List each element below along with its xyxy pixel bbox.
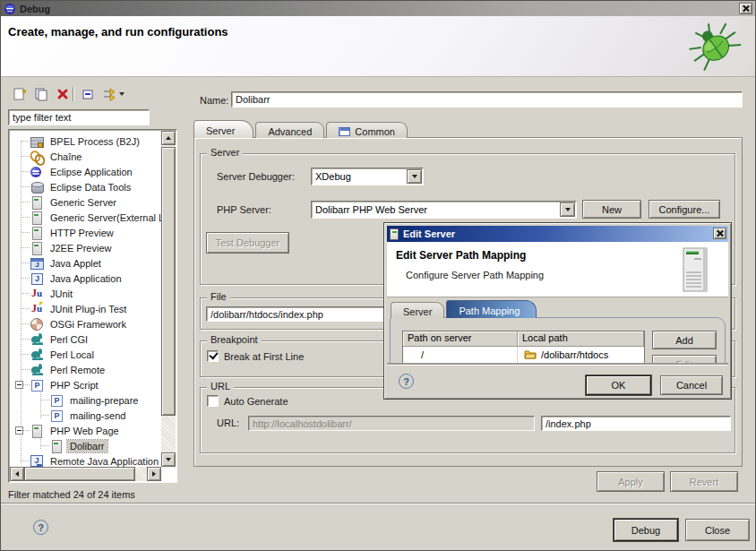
tree-item-bpel-process-b2j[interactable]: BPEL Process (B2J) [10,133,162,149]
tab-advanced[interactable]: Advanced [255,122,324,138]
tree-item-http-preview[interactable]: HTTP Preview [10,225,162,240]
name-input[interactable] [231,91,743,108]
scroll-left-button[interactable] [10,467,24,481]
tree-item-java-application[interactable]: Java Application [10,271,162,286]
tree-item-dolibarr[interactable]: Dolibarr [10,438,162,453]
tree-item-php-web-page[interactable]: PHP Web Page [10,423,162,438]
auto-generate-checkbox[interactable] [207,395,219,407]
configure-button[interactable]: Configure... [649,200,720,219]
php-server-label: PHP Server: [217,204,271,215]
tree-item-perl-local[interactable]: Perl Local [10,347,162,362]
tree-item-j2ee-preview[interactable]: J2EE Preview [10,240,162,255]
add-button[interactable]: Add [652,331,717,349]
help-icon[interactable]: ? [33,520,48,535]
dialog-title: Edit Server [403,228,455,239]
php-script-icon [30,378,44,392]
tree-horizontal-scrollbar-thumb[interactable] [24,467,135,481]
filter-button[interactable] [99,85,119,103]
php-server-value: Dolibarr PHP Web Server [312,204,560,215]
tree-item-generic-server-external-la[interactable]: Generic Server(External La [10,210,162,225]
collapse-expander-icon[interactable] [15,381,23,389]
close-button[interactable]: Close [685,519,750,541]
tree-item-label: Eclipse Data Tools [47,181,133,194]
breakpoint-group-label: Breakpoint [207,334,262,345]
tree-item-eclipse-application[interactable]: Eclipse Application [10,164,162,179]
scroll-right-button[interactable] [147,467,161,481]
local-path-text: /dolibarr/htdocs [541,349,608,360]
folder-icon [524,349,537,359]
new-configuration-button[interactable] [10,85,30,103]
tree-item-perl-cgi[interactable]: Perl CGI [10,331,162,347]
collapse-expander-icon[interactable] [15,426,23,435]
tab-server[interactable]: Server [193,120,253,138]
scroll-up-button[interactable] [161,131,176,145]
ok-button[interactable]: OK [586,375,651,395]
delete-button[interactable] [53,85,73,103]
dialog-footer: ? OK Cancel [387,365,728,398]
chevron-down-icon[interactable] [560,202,575,217]
toolbar-menu-caret[interactable] [119,92,125,99]
php-file-icon [49,409,64,423]
chevron-down-icon[interactable] [407,169,422,184]
tab-common[interactable]: Common [326,122,408,138]
collapse-all-button[interactable] [78,85,98,103]
tree-item-osgi-framework[interactable]: OSGi Framework [10,316,162,331]
tree-item-generic-server[interactable]: Generic Server [10,194,162,210]
close-icon[interactable] [739,3,752,14]
column-header-path-on-server[interactable]: Path on server [403,331,518,347]
tab-path-mapping[interactable]: Path Mapping [446,300,537,318]
tree-item-junit-plug-in-test[interactable]: JUnit Plug-in Test [10,301,162,316]
tree-item-java-applet[interactable]: Java Applet [10,255,162,271]
break-first-line-checkbox[interactable] [207,350,219,362]
tree-item-eclipse-data-tools[interactable]: Eclipse Data Tools [10,179,162,194]
bug-icon [682,20,748,72]
close-icon[interactable] [713,228,726,239]
tab-server[interactable]: Server [391,302,444,318]
table-icon [339,127,350,136]
tree-item-junit[interactable]: JUnit [10,286,162,301]
tree-item-label: HTTP Preview [47,227,116,239]
chain-icon [30,150,44,164]
name-label: Name: [200,95,228,106]
scroll-down-button[interactable] [161,452,176,467]
server-debugger-select[interactable]: XDebug [311,168,424,185]
bpel-process-icon [30,134,44,149]
file-group-label: File [207,291,230,302]
php-server-select[interactable]: Dolibarr PHP Web Server [311,201,577,219]
eclipse-icon [30,165,44,179]
tree-item-label: Remote Java Application [47,455,161,468]
toolbar-separator [73,87,74,101]
help-icon[interactable]: ? [399,374,414,389]
new-server-button[interactable]: New [582,200,641,219]
path-on-server-cell: / [403,347,518,362]
duplicate-button[interactable] [31,85,51,103]
footer-separator [1,503,755,504]
dialog-heading: Edit Server Path Mapping [396,249,526,262]
table-row[interactable]: //dolibarr/htdocs [403,347,644,362]
auto-generate-label: Auto Generate [224,396,288,407]
tree-item-mailing-send[interactable]: mailing-send [10,408,162,423]
debug-button[interactable]: Debug [614,519,678,541]
tree-item-label: JUnit Plug-in Test [47,303,129,315]
tree-item-mailing-prepare[interactable]: mailing-prepare [10,392,162,408]
junit-icon [30,287,44,301]
tree-item-php-script[interactable]: PHP Script [10,377,162,392]
url-path-input[interactable] [541,416,731,431]
tree-item-perl-remote[interactable]: Perl Remote [10,362,162,377]
test-debugger-button: Test Debugger [206,232,289,254]
main-tab-bar: ServerAdvancedCommon [193,120,409,138]
filter-input[interactable] [8,109,150,125]
filter-status-text: Filter matched 24 of 24 items [8,489,135,500]
revert-button: Revert [670,471,738,492]
tree-vertical-scrollbar-thumb[interactable] [161,147,176,416]
tree-item-cha-ne[interactable]: Chaîne [10,149,162,164]
server-icon [30,226,44,240]
tree-item-label: Generic Server(External La [47,211,172,224]
dialog-titlebar[interactable]: Edit Server [387,226,728,242]
window-titlebar[interactable]: Debug [1,1,755,16]
osgi-icon [30,317,44,331]
column-header-local-path[interactable]: Local path [518,331,644,347]
url-label: URL: [217,418,239,428]
debug-window: Debug Create, manage, and run configurat… [0,0,756,551]
cancel-button[interactable]: Cancel [660,375,723,395]
